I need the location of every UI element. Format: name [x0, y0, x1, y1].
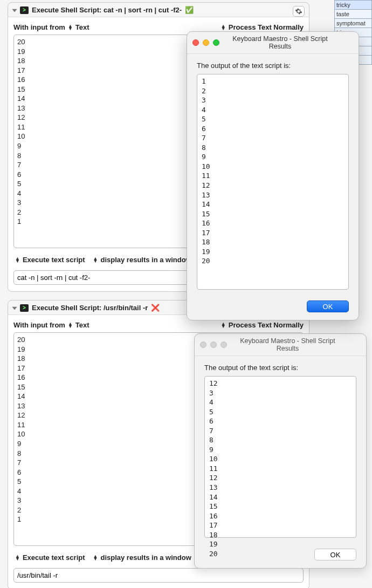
traffic-light-zoom-icon[interactable]: [221, 341, 227, 348]
dialog-title: Keyboard Maestro - Shell Script Results: [231, 337, 361, 352]
traffic-light-zoom-icon[interactable]: [213, 39, 219, 46]
updown-icon[interactable]: ▲▼: [93, 555, 98, 560]
terminal-icon: [20, 304, 29, 312]
dialog-titlebar[interactable]: Keyboard Maestro - Shell Script Results: [187, 32, 359, 54]
with-input-from-label: With input from: [13, 321, 65, 329]
disclosure-triangle-icon[interactable]: [11, 6, 18, 14]
traffic-light-minimize-icon[interactable]: [210, 341, 217, 348]
bg-item: taste: [334, 10, 372, 19]
panel-header[interactable]: Execute Shell Script: cat -n | sort -rn …: [8, 3, 309, 17]
dialog-heading: The output of the text script is:: [197, 61, 349, 70]
dialog-button-row: OK: [195, 545, 366, 568]
gear-button[interactable]: [293, 6, 305, 17]
input-mode-select[interactable]: Text: [75, 321, 89, 329]
script-input[interactable]: [13, 568, 304, 583]
updown-icon[interactable]: ▲▼: [68, 25, 73, 30]
results-dialog-2[interactable]: Keyboard Maestro - Shell Script Results …: [194, 333, 367, 569]
display-mode-select[interactable]: display results in a window: [100, 256, 191, 264]
dialog-body: The output of the text script is: 12 3 4…: [195, 356, 366, 545]
execute-type-select[interactable]: Execute text script: [23, 553, 85, 562]
status-check-icon: ✅: [185, 6, 194, 14]
updown-icon[interactable]: ▲▼: [68, 323, 73, 328]
execute-type-select[interactable]: Execute text script: [23, 256, 85, 264]
terminal-icon: [20, 6, 29, 14]
dialog-button-row: OK: [187, 297, 359, 320]
bg-item: symptomat: [334, 19, 372, 28]
panel-title: Execute Shell Script: /usr/bin/tail -r: [32, 304, 148, 312]
input-mode-select[interactable]: Text: [75, 23, 89, 31]
panel-title: Execute Shell Script: cat -n | sort -rn …: [32, 6, 182, 14]
process-mode-select[interactable]: Process Text Normally: [229, 23, 304, 31]
dialog-heading: The output of the text script is:: [204, 364, 356, 372]
updown-icon[interactable]: ▲▼: [221, 25, 226, 30]
dialog-title: Keyboard Maestro - Shell Script Results: [223, 35, 353, 50]
ok-button[interactable]: OK: [307, 300, 349, 312]
updown-icon[interactable]: ▲▼: [221, 323, 226, 328]
updown-icon[interactable]: ▲▼: [93, 257, 98, 263]
input-mode-row: With input from ▲▼ Text ▲▼ Process Text …: [13, 319, 304, 332]
with-input-from-label: With input from: [13, 23, 65, 31]
dialog-titlebar[interactable]: Keyboard Maestro - Shell Script Results: [195, 334, 366, 356]
display-mode-select[interactable]: display results in a window: [100, 553, 191, 562]
traffic-light-minimize-icon[interactable]: [203, 39, 209, 46]
disclosure-triangle-icon[interactable]: [11, 304, 18, 312]
ok-button[interactable]: OK: [314, 549, 356, 560]
updown-icon[interactable]: ▲▼: [15, 555, 20, 560]
dialog-body: The output of the text script is: 1 2 3 …: [187, 54, 359, 297]
results-dialog-1[interactable]: Keyboard Maestro - Shell Script Results …: [187, 31, 359, 320]
dialog-output[interactable]: 1 2 3 4 5 6 7 8 9 10 11 12 13 14 15 16 1…: [197, 74, 349, 290]
traffic-light-close-icon[interactable]: [192, 39, 199, 46]
status-x-icon: ❌: [151, 304, 160, 312]
updown-icon[interactable]: ▲▼: [15, 257, 20, 263]
process-mode-select[interactable]: Process Text Normally: [229, 321, 304, 329]
traffic-light-close-icon[interactable]: [200, 341, 206, 348]
bg-item: tricky: [334, 0, 372, 10]
dialog-output[interactable]: 12 3 4 5 6 7 8 9 10 11 12 13 14 15 16 17…: [204, 376, 356, 538]
